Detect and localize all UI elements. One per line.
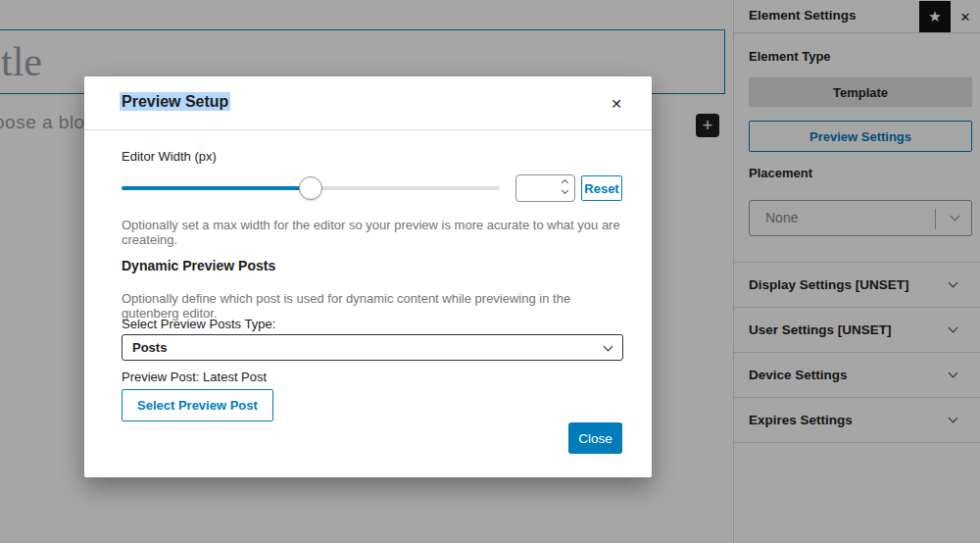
preview-posts-type-label: Select Preview Posts Type: <box>122 317 275 331</box>
preview-post-label: Preview Post: Latest Post <box>122 370 267 384</box>
number-stepper[interactable] <box>563 180 567 193</box>
chevron-up-icon <box>562 179 568 186</box>
editor-width-input-wrap <box>515 174 575 202</box>
editor-width-help-text: Optionally set a max width for the edito… <box>122 218 624 247</box>
modal-title: Preview Setup <box>120 93 230 111</box>
editor-width-input[interactable] <box>520 176 556 200</box>
preview-setup-modal: Preview Setup ✕ Editor Width (px) Reset … <box>84 76 652 477</box>
slider-handle[interactable] <box>299 176 322 200</box>
slider-fill <box>122 186 311 190</box>
chevron-down-icon <box>562 187 568 194</box>
dynamic-preview-heading: Dynamic Preview Posts <box>122 258 275 273</box>
editor-width-label: Editor Width (px) <box>122 149 217 164</box>
modal-close-action-button[interactable]: Close <box>568 422 622 454</box>
select-preview-post-button[interactable]: Select Preview Post <box>122 389 273 421</box>
reset-button[interactable]: Reset <box>581 175 622 201</box>
modal-header: Preview Setup ✕ <box>84 76 652 130</box>
preview-posts-type-value: Posts <box>132 340 167 355</box>
editor-width-slider[interactable] <box>122 174 500 202</box>
preview-posts-type-select[interactable]: Posts <box>122 334 623 361</box>
chevron-down-icon <box>604 342 613 352</box>
modal-close-button[interactable]: ✕ <box>605 92 628 116</box>
close-icon: ✕ <box>611 96 622 112</box>
